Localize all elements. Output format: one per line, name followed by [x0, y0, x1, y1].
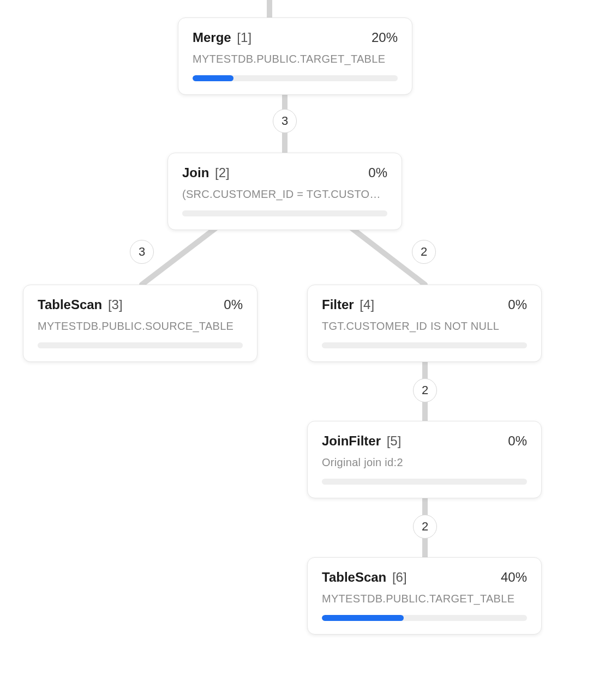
node-name: TableScan	[322, 570, 386, 584]
node-percent: 40%	[501, 570, 527, 585]
edge-badge: 3	[130, 240, 154, 264]
edge-badge-label: 2	[422, 383, 428, 397]
node-header: TableScan [3]0%	[38, 297, 243, 312]
edge-badge: 2	[413, 515, 437, 539]
plan-node-merge[interactable]: Merge [1]20%MYTESTDB.PUBLIC.TARGET_TABLE	[178, 17, 412, 95]
node-header: TableScan [6]40%	[322, 570, 527, 585]
node-subtitle: (SRC.CUSTOMER_ID = TGT.CUSTOMER...	[182, 188, 387, 201]
node-name: TableScan	[38, 297, 102, 312]
node-title: TableScan [6]	[322, 570, 407, 585]
node-id: [6]	[392, 570, 407, 584]
node-header: Filter [4]0%	[322, 297, 527, 312]
query-plan-canvas: 33222Merge [1]20%MYTESTDB.PUBLIC.TARGET_…	[0, 0, 611, 700]
node-header: JoinFilter [5]0%	[322, 433, 527, 449]
node-subtitle: TGT.CUSTOMER_ID IS NOT NULL	[322, 320, 527, 333]
node-header: Merge [1]20%	[193, 30, 398, 45]
node-header: Join [2]0%	[182, 165, 387, 180]
node-id: [4]	[360, 297, 374, 312]
progress-bar	[322, 342, 527, 348]
plan-node-tablescan3[interactable]: TableScan [3]0%MYTESTDB.PUBLIC.SOURCE_TA…	[23, 285, 257, 362]
node-name: Filter	[322, 297, 354, 312]
node-title: JoinFilter [5]	[322, 433, 401, 449]
node-subtitle: MYTESTDB.PUBLIC.SOURCE_TABLE	[38, 320, 243, 333]
node-percent: 0%	[508, 433, 527, 449]
node-subtitle: MYTESTDB.PUBLIC.TARGET_TABLE	[193, 53, 398, 65]
edge-badge: 2	[412, 240, 436, 264]
node-name: JoinFilter	[322, 433, 381, 448]
node-subtitle: Original join id:2	[322, 456, 527, 469]
progress-bar	[182, 210, 387, 216]
edge-badge: 3	[273, 109, 297, 133]
plan-node-join[interactable]: Join [2]0%(SRC.CUSTOMER_ID = TGT.CUSTOME…	[167, 153, 402, 230]
node-title: Merge [1]	[193, 30, 251, 45]
progress-bar	[322, 615, 527, 621]
edge-badge-label: 2	[422, 520, 428, 534]
node-percent: 20%	[372, 30, 398, 45]
node-name: Join	[182, 165, 209, 180]
node-id: [2]	[215, 165, 230, 180]
node-title: Filter [4]	[322, 297, 374, 312]
edge-badge-label: 3	[281, 114, 288, 128]
progress-fill	[193, 75, 233, 81]
node-id: [1]	[237, 30, 251, 45]
node-percent: 0%	[224, 297, 243, 312]
node-subtitle: MYTESTDB.PUBLIC.TARGET_TABLE	[322, 593, 527, 605]
node-id: [3]	[108, 297, 123, 312]
node-title: TableScan [3]	[38, 297, 123, 312]
progress-fill	[322, 615, 404, 621]
progress-bar	[322, 479, 527, 485]
edge-badge: 2	[413, 378, 437, 402]
node-percent: 0%	[368, 165, 387, 180]
plan-node-joinfilter[interactable]: JoinFilter [5]0%Original join id:2	[307, 421, 542, 498]
edge-badge-label: 2	[421, 245, 427, 259]
plan-node-tablescan6[interactable]: TableScan [6]40%MYTESTDB.PUBLIC.TARGET_T…	[307, 557, 542, 635]
node-percent: 0%	[508, 297, 527, 312]
node-id: [5]	[387, 433, 402, 448]
progress-bar	[38, 342, 243, 348]
node-name: Merge	[193, 30, 231, 45]
progress-bar	[193, 75, 398, 81]
edge-badge-label: 3	[139, 245, 145, 259]
plan-node-filter[interactable]: Filter [4]0%TGT.CUSTOMER_ID IS NOT NULL	[307, 285, 542, 362]
node-title: Join [2]	[182, 165, 230, 180]
